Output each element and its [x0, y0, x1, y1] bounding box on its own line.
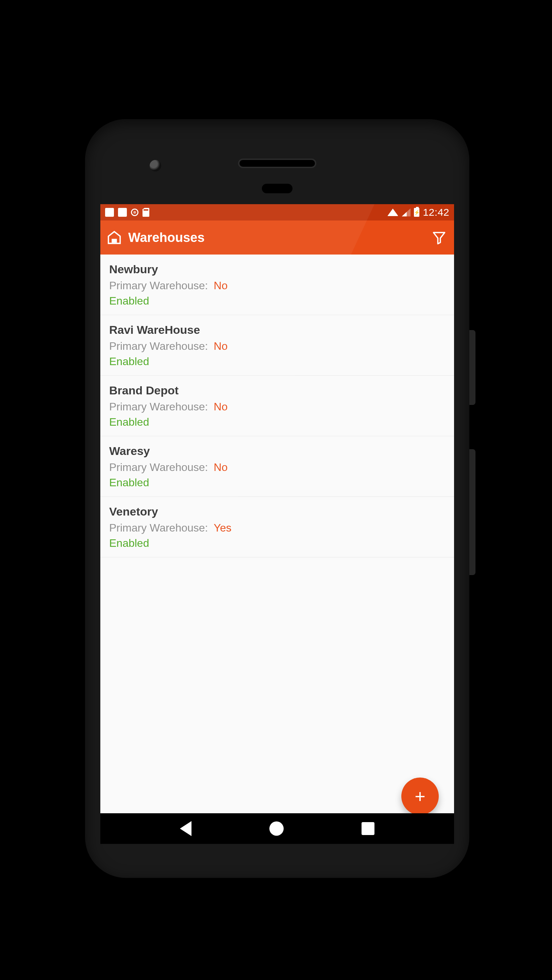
warehouse-name: Venetory — [109, 505, 445, 518]
primary-label: Primary Warehouse: — [109, 401, 208, 413]
recents-button[interactable] — [362, 822, 374, 835]
primary-line: Primary Warehouse: Yes — [109, 522, 445, 534]
warehouse-name: Ravi WareHouse — [109, 323, 445, 337]
primary-label: Primary Warehouse: — [109, 279, 208, 292]
wifi-icon — [387, 208, 398, 216]
status-bar: 12:42 — [100, 204, 454, 221]
back-button[interactable] — [180, 821, 192, 836]
sensor-pill — [262, 184, 292, 193]
warehouse-icon — [106, 230, 122, 245]
primary-label: Primary Warehouse: — [109, 461, 208, 473]
primary-line: Primary Warehouse: No — [109, 340, 445, 353]
primary-label: Primary Warehouse: — [109, 522, 208, 534]
primary-line: Primary Warehouse: No — [109, 401, 445, 413]
warehouse-list: Newbury Primary Warehouse: No Enabled Ra… — [100, 255, 454, 557]
android-nav-bar — [100, 813, 454, 844]
list-item[interactable]: Brand Depot Primary Warehouse: No Enable… — [100, 375, 454, 436]
primary-label: Primary Warehouse: — [109, 340, 208, 352]
primary-value: No — [214, 401, 228, 413]
front-camera — [150, 160, 161, 172]
warehouse-name: Newbury — [109, 263, 445, 276]
primary-value: No — [214, 340, 228, 352]
add-button[interactable]: + — [401, 778, 439, 815]
list-item[interactable]: Ravi WareHouse Primary Warehouse: No Ena… — [100, 315, 454, 375]
home-button[interactable] — [270, 821, 284, 836]
warehouse-name: Waresy — [109, 444, 445, 458]
power-button — [470, 330, 476, 405]
volume-button — [470, 449, 476, 575]
primary-value: No — [214, 279, 228, 292]
battery-charging-icon — [414, 208, 419, 217]
plus-icon: + — [415, 786, 425, 807]
list-item[interactable]: Waresy Primary Warehouse: No Enabled — [100, 436, 454, 497]
page-title: Warehouses — [128, 231, 205, 245]
clock-text: 12:42 — [423, 207, 449, 218]
sd-card-icon — [143, 208, 149, 217]
svg-rect-0 — [111, 239, 117, 243]
status-text: Enabled — [109, 537, 445, 550]
app-bar: Warehouses — [100, 221, 454, 255]
primary-line: Primary Warehouse: No — [109, 279, 445, 292]
primary-value: No — [214, 461, 228, 473]
notification-icon — [118, 208, 127, 217]
status-text: Enabled — [109, 476, 445, 489]
list-item[interactable]: Venetory Primary Warehouse: Yes Enabled — [100, 497, 454, 557]
warehouse-name: Brand Depot — [109, 384, 445, 397]
recording-icon — [131, 208, 138, 216]
screen: 12:42 Warehouses — [100, 204, 454, 844]
speaker — [238, 159, 316, 168]
device-frame-stage: 12:42 Warehouses — [0, 0, 552, 980]
list-item[interactable]: Newbury Primary Warehouse: No Enabled — [100, 255, 454, 315]
phone-body: 12:42 Warehouses — [85, 119, 470, 878]
status-text: Enabled — [109, 416, 445, 428]
cell-signal-icon — [402, 208, 411, 216]
notification-icon — [105, 208, 114, 217]
status-text: Enabled — [109, 295, 445, 307]
filter-icon[interactable] — [431, 230, 447, 245]
primary-value: Yes — [214, 522, 231, 534]
status-text: Enabled — [109, 355, 445, 368]
primary-line: Primary Warehouse: No — [109, 461, 445, 474]
